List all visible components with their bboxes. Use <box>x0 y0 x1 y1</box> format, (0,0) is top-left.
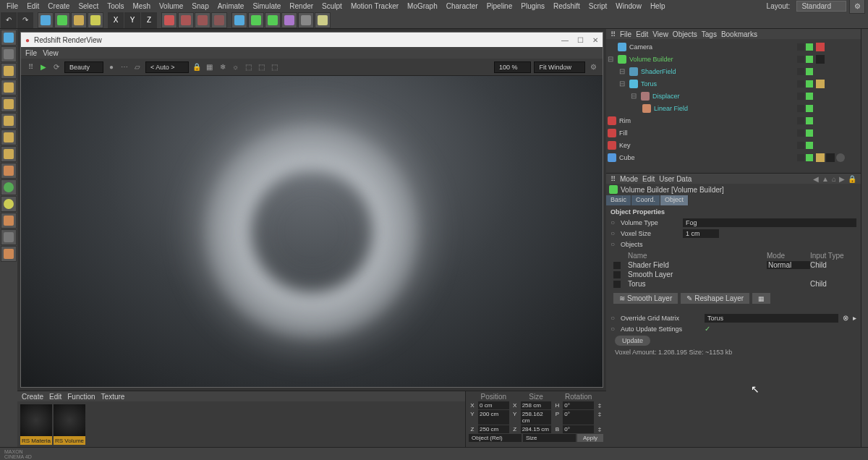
locked-icon[interactable] <box>1 196 17 212</box>
menu-character[interactable]: Character <box>443 2 482 10</box>
tree-row-torus[interactable]: ⊟Torus <box>608 77 859 90</box>
obj-row-name[interactable]: Torus <box>628 280 767 288</box>
menu-select[interactable]: Select <box>75 2 102 10</box>
rv-grip-icon[interactable]: ⠿ <box>25 62 35 72</box>
tool3-icon[interactable] <box>1 246 17 262</box>
axis-z-icon[interactable]: Z <box>141 12 157 28</box>
render-menu-view[interactable]: View <box>43 49 59 57</box>
obj-row-name[interactable]: Smooth Layer <box>628 271 767 278</box>
menu-volume[interactable]: Volume <box>156 2 187 10</box>
menu-create[interactable]: Create <box>44 2 73 10</box>
tag-icon[interactable] <box>826 153 835 162</box>
layout-config-icon[interactable]: ⚙ <box>849 0 865 14</box>
volume-type-dropdown[interactable]: Fog <box>683 218 856 227</box>
tag-icon[interactable] <box>836 153 845 162</box>
mat-menu-function[interactable]: Function <box>67 393 95 401</box>
circle-icon[interactable]: ● <box>106 62 116 72</box>
row-checkbox[interactable] <box>613 262 621 269</box>
scale-tool-icon[interactable] <box>71 12 87 28</box>
tree-row-displacer[interactable]: ⊟Displacer <box>608 90 859 102</box>
tag-icon[interactable] <box>816 55 825 64</box>
save2-icon[interactable]: ⬚ <box>257 62 267 72</box>
om-menu-edit[interactable]: Edit <box>636 30 648 38</box>
tree-row-rim[interactable]: Rim <box>608 114 859 127</box>
menu-help[interactable]: Help <box>647 2 669 10</box>
visibility-toggle[interactable] <box>797 142 804 149</box>
size-x-input[interactable]: 258 cm <box>521 401 552 409</box>
snow-icon[interactable]: ❄ <box>218 62 228 72</box>
tree-row-shaderfield[interactable]: ⊟ShaderField <box>608 65 859 77</box>
move-tool-icon[interactable] <box>54 12 70 28</box>
animation-icon[interactable] <box>1 213 17 229</box>
minimize-icon[interactable]: — <box>561 36 569 44</box>
expand-icon[interactable]: ⊟ <box>619 80 626 88</box>
lock-attr-icon[interactable]: 🔒 <box>848 175 856 183</box>
texture-mode-icon[interactable] <box>1 46 17 62</box>
mat-menu-create[interactable]: Create <box>22 393 43 401</box>
workplane-icon[interactable] <box>1 179 17 195</box>
visibility-toggle[interactable] <box>797 93 804 100</box>
visibility-toggle[interactable] <box>797 105 804 112</box>
pos-y-input[interactable]: 200 cm <box>478 410 509 425</box>
am-menu-userdata[interactable]: User Data <box>659 175 692 183</box>
tree-row-key[interactable]: Key <box>608 139 859 151</box>
object-ref-dropdown[interactable]: Object (Rel) <box>469 434 522 442</box>
visibility-toggle[interactable] <box>797 68 804 75</box>
render-window-titlebar[interactable]: ● Redshift RenderView — ☐ ✕ <box>21 33 603 47</box>
rot-b-input[interactable]: 0° <box>563 425 594 433</box>
render-toggle[interactable] <box>806 80 813 88</box>
smooth-layer-button[interactable]: ≋Smooth Layer <box>613 293 678 304</box>
tool2-icon[interactable] <box>1 229 17 245</box>
render-toggle[interactable] <box>806 68 813 75</box>
menu-tools[interactable]: Tools <box>103 2 127 10</box>
update-button[interactable]: Update <box>615 336 650 346</box>
point-mode-icon[interactable] <box>1 63 17 79</box>
uv-edge-icon[interactable] <box>1 113 17 129</box>
uv-point-icon[interactable] <box>1 129 17 145</box>
grip-icon[interactable]: ⠿ <box>610 175 616 183</box>
om-menu-file[interactable]: File <box>620 30 631 38</box>
rot-h-input[interactable]: 0° <box>563 401 594 409</box>
visibility-toggle[interactable] <box>797 117 804 124</box>
close-icon[interactable]: ✕ <box>592 36 598 44</box>
cube-primitive-icon[interactable] <box>231 12 247 28</box>
menu-mograph[interactable]: MoGraph <box>404 2 441 10</box>
obj-row-mode[interactable]: Normal <box>767 261 810 269</box>
render-queue-icon[interactable] <box>211 12 227 28</box>
render-toggle[interactable] <box>806 129 813 137</box>
tag-icon[interactable] <box>816 80 825 88</box>
object-tree[interactable]: Camera⊟Volume Builder⊟ShaderField⊟Torus⊟… <box>606 39 861 165</box>
visibility-toggle[interactable] <box>797 56 804 63</box>
om-menu-bookmarks[interactable]: Bookmarks <box>721 30 757 38</box>
home-icon[interactable]: ⌂ <box>832 175 836 183</box>
om-menu-view[interactable]: View <box>652 30 668 38</box>
render-toggle[interactable] <box>806 56 813 63</box>
menu-render[interactable]: Render <box>286 2 317 10</box>
tree-row-linear-field[interactable]: Linear Field <box>608 102 859 114</box>
camera-tool-icon[interactable] <box>298 12 314 28</box>
grip-icon[interactable]: ⠿ <box>610 30 616 38</box>
render-toggle[interactable] <box>806 93 813 100</box>
menu-script[interactable]: Script <box>585 2 611 10</box>
visibility-toggle[interactable] <box>797 129 804 137</box>
render-toggle[interactable] <box>806 142 813 149</box>
zoom-dropdown[interactable]: 100 % <box>494 61 532 73</box>
apply-button[interactable]: Apply <box>577 434 603 442</box>
am-menu-edit[interactable]: Edit <box>642 175 655 183</box>
obj-row-name[interactable]: Shader Field <box>628 261 767 269</box>
menu-file[interactable]: File <box>3 2 22 10</box>
mat-menu-edit[interactable]: Edit <box>49 393 61 401</box>
poly-mode-icon[interactable] <box>1 96 17 112</box>
fwd-icon[interactable]: ▶ <box>839 175 845 183</box>
render-viewport[interactable] <box>21 76 603 387</box>
expand-icon[interactable]: ⊟ <box>619 67 626 75</box>
redo-icon[interactable]: ↷ <box>17 12 33 28</box>
row-checkbox[interactable] <box>613 271 621 278</box>
aov-dropdown[interactable]: Beauty <box>64 61 103 73</box>
gear-icon[interactable]: ⚙ <box>588 62 598 72</box>
menu-motiontracker[interactable]: Motion Tracker <box>347 2 402 10</box>
refresh-icon[interactable]: ⟳ <box>51 62 61 72</box>
generator-icon[interactable] <box>265 12 281 28</box>
menu-simulate[interactable]: Simulate <box>249 2 284 10</box>
target-icon[interactable]: ▸ <box>853 314 856 322</box>
